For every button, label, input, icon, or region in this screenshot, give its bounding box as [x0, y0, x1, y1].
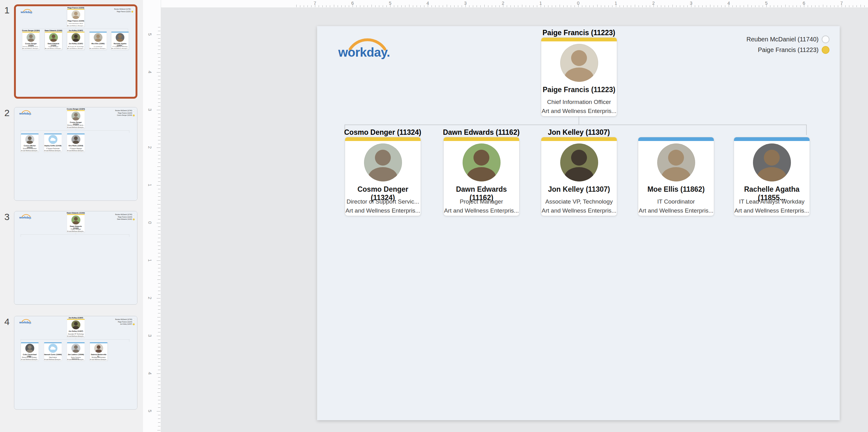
card-accent-bar — [444, 137, 519, 141]
ruler-tick — [157, 336, 160, 336]
person-company: Art and Wellness Enterpris... — [444, 207, 519, 214]
legend-item[interactable]: Paige Francis (11223) — [118, 112, 135, 114]
legend-dot-yellow — [133, 115, 135, 116]
org-chart-card[interactable]: Hannah Curtis (10966)Data AnalystArt and… — [44, 342, 62, 361]
legend-item[interactable]: Cosmo Denger (11324) — [117, 115, 135, 116]
legend-item[interactable]: Paige Francis (11223) — [117, 11, 133, 13]
legend-item[interactable]: Dawn Edwards (11162) — [117, 219, 135, 220]
connector-line — [806, 124, 807, 135]
person-role: IT Lead Analyst Workday — [111, 46, 129, 47]
org-chart-card[interactable]: Paige Francis (11223)Chief Information O… — [67, 9, 85, 27]
legend-item[interactable]: Reuben McDaniel (11740) — [115, 213, 135, 215]
ruler-tick — [158, 133, 160, 133]
ruler-tick — [158, 419, 160, 419]
card-accent-bar — [67, 134, 85, 135]
ruler-tick — [158, 385, 160, 385]
person-photo-avatar — [71, 111, 81, 120]
ruler-tick — [157, 147, 160, 148]
legend-item[interactable]: Paige Francis (11223) — [758, 46, 830, 54]
org-chart-card[interactable]: Sabrina Baskerville (1...Workday Adminis… — [90, 342, 107, 361]
org-chart-card[interactable]: Jim Lawless (10596)Senior Systems Admini… — [67, 342, 85, 361]
legend-item[interactable]: Paige Francis (11223) — [118, 321, 135, 323]
avatar-head-silhouette — [74, 136, 78, 140]
person-name: Jon Kelley (11307) — [67, 42, 85, 45]
legend-item[interactable]: Reuben McDaniel (11740) — [746, 35, 830, 43]
card-accent-bar — [21, 134, 38, 135]
ruler-tick — [158, 83, 160, 84]
org-chart-card[interactable]: Moe Ellis (11862)IT CoordinatorArt and W… — [89, 32, 106, 50]
org-chart-card[interactable]: Moe Ellis (11862)IT CoordinatorArt and W… — [638, 137, 714, 216]
org-chart-card[interactable]: Rachelle Agatha (11855...IT Lead Analyst… — [734, 137, 810, 216]
org-chart-card[interactable]: Hayley Griffis (11418)IT Support Technic… — [44, 134, 62, 152]
ruler-tick — [774, 5, 774, 7]
org-chart-card[interactable]: Dawn Edwards (11162)Project ManagerArt a… — [67, 214, 85, 232]
avatar-head-silhouette — [571, 150, 587, 166]
org-card-title: Cosmo Denger (11324) — [327, 128, 439, 136]
person-name: Paige Francis (11223) — [67, 20, 85, 22]
current-slide[interactable]: workday.Reuben McDaniel (11740)Paige Fra… — [317, 26, 840, 420]
ruler-tick — [398, 5, 398, 7]
ruler-tick — [454, 5, 455, 7]
slide-thumbnail-2[interactable]: workday.Reuben McDaniel (11740)Paige Fra… — [14, 107, 137, 201]
ruler-tick — [571, 5, 571, 7]
ruler-tick — [808, 5, 808, 7]
org-chart-card[interactable]: Cosmo Denger (11324)Director of Support … — [22, 32, 39, 50]
thumbnail-preview: workday.Reuben McDaniel (11740)Paige Fra… — [14, 316, 137, 409]
person-photo-avatar — [71, 135, 81, 144]
slide-thumbnail-3[interactable]: workday.Reuben McDaniel (11740)Paige Fra… — [14, 211, 137, 305]
ruler-tick — [157, 91, 160, 91]
legend-item[interactable]: Reuben McDaniel (11740) — [114, 8, 133, 10]
org-chart-card[interactable]: Dawn Edwards (11162)Project ManagerArt a… — [443, 137, 520, 216]
org-chart-card[interactable]: Colin Carmichael (1092...Director of Web… — [21, 342, 39, 361]
org-chart-card[interactable]: Cosmo Denger (11324)Director of Support … — [67, 110, 85, 128]
avatar-body-silhouette — [26, 140, 33, 144]
slide-thumbnail-4[interactable]: workday.Reuben McDaniel (11740)Paige Fra… — [14, 316, 137, 410]
org-chart-card[interactable]: Paige Francis (11223)Chief Information O… — [541, 37, 617, 116]
ruler-number: 4 — [424, 0, 432, 6]
legend-item[interactable]: Paige Francis (11223) — [118, 216, 135, 218]
workday-logo[interactable]: workday. — [19, 319, 35, 325]
ruler-tick — [158, 426, 160, 426]
org-chart-card[interactable]: Jon Kelley (11307)Associate VP, Technolo… — [541, 137, 617, 216]
org-chart-card[interactable]: Jon Kelley (11307)Associate VP, Technolo… — [67, 32, 85, 50]
breadcrumb-legend: Reuben McDaniel (11740)Paige Francis (11… — [114, 8, 133, 13]
ruler-tick — [338, 5, 338, 7]
org-chart-card[interactable]: Jon Kelley (11307)Associate VP, Technolo… — [67, 319, 85, 337]
slide-number: 4 — [4, 317, 14, 327]
ruler-tick — [158, 332, 160, 333]
ruler-tick — [158, 181, 160, 182]
legend-item[interactable]: Reuben McDaniel (11740) — [115, 110, 135, 111]
workday-logo[interactable]: workday. — [21, 9, 36, 14]
person-company: Art and Wellness Enterpris... — [111, 48, 129, 49]
org-chart-card[interactable]: Kris Parks (11818)IT Support ManagerArt … — [67, 134, 85, 152]
org-chart-card[interactable]: Rachelle Agatha (11855...IT Lead Analyst… — [111, 32, 129, 50]
person-photo-avatar — [71, 215, 81, 224]
ruler-tick — [748, 5, 748, 7]
org-card-title: Dawn Edwards (11162) — [41, 30, 66, 31]
slide-thumbnail-1[interactable]: workday.Reuben McDaniel (11740)Paige Fra… — [14, 4, 137, 99]
ruler-tick — [322, 5, 323, 7]
ruler-tick — [469, 5, 469, 7]
ruler-tick — [507, 5, 507, 7]
workday-logo[interactable]: workday. — [19, 110, 35, 116]
person-company: Art and Wellness Enterpris... — [541, 108, 617, 115]
legend-item[interactable]: Reuben McDaniel (11740) — [115, 318, 135, 320]
avatar-head-silhouette — [74, 34, 78, 38]
workday-logo[interactable]: workday. — [338, 38, 407, 62]
ruler-tick — [158, 87, 160, 87]
org-chart-card[interactable]: Cosmo Denger (11324)Director of Support … — [345, 137, 421, 216]
org-chart-card[interactable]: Connor Wicher (10711)Systems Administrat… — [21, 134, 39, 152]
ruler-tick — [563, 5, 564, 7]
person-company: Art and Wellness Enterpris... — [67, 231, 85, 232]
workday-logo[interactable]: workday. — [19, 214, 35, 220]
person-company: Art and Wellness Enterpris... — [21, 359, 38, 361]
ruler-tick — [639, 5, 639, 7]
card-accent-bar — [541, 137, 617, 141]
legend-item[interactable]: Jon Kelley (11307) — [120, 323, 135, 325]
org-chart-slide: workday.Reuben McDaniel (11740)Paige Fra… — [14, 316, 137, 409]
ruler-tick — [157, 223, 160, 223]
person-photo-avatar — [560, 143, 598, 181]
ruler-number: 1 — [612, 0, 620, 6]
org-chart-card[interactable]: Dawn Edwards (11162)Project ManagerArt a… — [45, 32, 62, 50]
ruler-number: 7 — [311, 0, 319, 6]
